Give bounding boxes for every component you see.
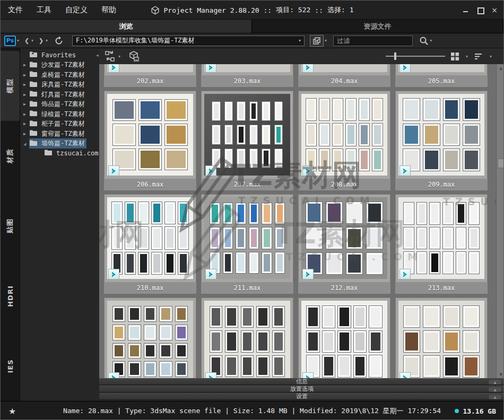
file-tile[interactable]: 209.max [395,91,488,190]
minimize-button[interactable] [462,6,470,14]
collapsed-arrow-icon[interactable]: ▶ [23,73,29,77]
thumbnail-art [306,305,383,378]
panel-bar-1[interactable]: 放置选项▲ [99,386,504,392]
tree-item-folder-6[interactable]: ▶柜子篇-TZ素材 [20,119,99,129]
tree-item-selected-folder[interactable]: ◢墙饰篇-TZ素材 [20,139,99,149]
side-tab-模型[interactable]: 模型 [1,51,20,121]
file-tile[interactable] [298,298,390,378]
max-file-badge [399,269,411,279]
panel-bar-2[interactable]: 设置▲ [99,393,504,400]
panel-bar-0[interactable]: 信息▲ [99,378,504,385]
search-options-caret[interactable]: ▾ [430,38,432,43]
scrollbar-thumb[interactable] [498,159,504,168]
expanded-arrow-icon[interactable]: ◢ [23,141,29,146]
view-options-button[interactable] [310,35,324,47]
maximize-button[interactable] [476,6,484,14]
file-tile[interactable]: 206.max [104,91,196,190]
scroll-up-arrow[interactable]: ▲ [497,64,504,72]
address-dropdown-caret[interactable]: ▾ [296,38,304,43]
menu-item-2[interactable]: 自定义 [65,5,88,15]
tree-item-child-folder[interactable]: tzsucai.com [20,148,99,159]
tree-item-folder-7[interactable]: ▶窗帘篇-TZ素材 [20,129,99,139]
relink-assets-icon[interactable] [128,50,140,62]
file-tile[interactable] [201,298,293,378]
thumbnail-art [212,101,283,168]
file-tile[interactable]: 212.max [298,194,390,294]
collapsed-arrow-icon[interactable]: ▶ [23,102,29,107]
file-tile[interactable]: 203.max [201,64,293,87]
photoshop-dropdown-caret[interactable]: ▾ [17,38,19,43]
tree-item-folder-4[interactable]: ▶饰品篇-TZ素材 [20,100,99,110]
art-frame [262,252,272,274]
sort-caret[interactable]: ▾ [490,54,492,59]
art-frame [443,124,460,146]
address-bar[interactable]: F:\2019单体模型库收集\墙饰篇-TZ素材 ▾ [72,36,305,46]
vertical-scrollbar[interactable]: ▲ ▼ [496,64,504,378]
panel-expand-arrow-icon[interactable]: ▲ [489,380,501,384]
tree-item-folder-2[interactable]: ▶床具篇-TZ素材 [20,80,99,90]
menu-item-3[interactable]: 帮助 [101,5,116,15]
sidebar-collapse-arrow[interactable]: ◂ [96,52,99,58]
tree-item-folder-5[interactable]: ▶绿植篇-TZ素材 [20,109,99,119]
menu-item-0[interactable]: 文件 [8,5,23,15]
update-previews-icon[interactable] [105,50,115,62]
file-tile[interactable]: 207.max [201,91,293,190]
panel-expand-arrow-icon[interactable]: ▲ [489,395,501,399]
file-tile[interactable]: 208.max [298,91,390,190]
thumbnail-size-slider[interactable] [386,52,445,60]
side-tab-材质[interactable]: 材质 [1,121,20,191]
forward-history-caret[interactable]: ▾ [46,38,48,43]
art-frame [322,355,336,378]
sort-icon[interactable] [474,52,483,60]
refresh-icon[interactable] [54,36,64,46]
filter-input[interactable] [333,36,413,46]
search-button[interactable] [419,36,429,46]
file-tile[interactable] [104,298,196,378]
file-tile[interactable]: 211.max [201,194,293,294]
menu-item-1[interactable]: 工具 [37,5,51,15]
slider-handle[interactable] [394,52,396,60]
side-tab-贴图[interactable]: 贴图 [1,191,20,261]
art-frame [175,361,188,377]
collapsed-arrow-icon[interactable]: ▶ [23,132,29,136]
tree-item-favorites[interactable]: ★Favorites [20,50,99,60]
main-area: 模型材质贴图HDRIIES ★Favorites▶沙发篇-TZ素材▶桌椅篇-TZ… [1,48,503,401]
side-tab-hdri[interactable]: HDRI [1,261,20,331]
file-tile[interactable]: 210.max [104,194,196,294]
tree-item-folder-1[interactable]: ▶桌椅篇-TZ素材 [20,70,99,80]
close-button[interactable]: × [491,6,498,14]
side-tab-ies[interactable]: IES [1,331,20,401]
collapsed-arrow-icon[interactable]: ▶ [23,63,29,67]
art-frame [332,123,343,146]
back-history-caret[interactable]: ▾ [31,38,33,43]
tree-item-folder-3[interactable]: ▶灯具篇-TZ素材 [20,90,99,100]
collapsed-arrow-icon[interactable]: ▶ [23,92,29,97]
art-frame [403,124,420,146]
forward-button[interactable]: ❯ [39,36,44,46]
file-tile[interactable]: 205.max [395,64,488,87]
panel-expand-arrow-icon[interactable]: ▲ [489,387,501,392]
photoshop-button[interactable]: Ps [4,36,16,46]
tab-asset-files[interactable]: 资源文件 [252,20,503,33]
art-frame [237,101,246,121]
collapsed-arrow-icon[interactable]: ▶ [23,112,29,117]
file-tile[interactable] [395,298,488,378]
tree-item-body: 灯具篇-TZ素材 [29,90,86,100]
tree-item-folder-0[interactable]: ▶沙发篇-TZ素材 [20,60,99,71]
collapsed-arrow-icon[interactable]: ▶ [23,82,29,87]
app-title: Project Manager 2.88.20 [164,6,259,14]
view-options-caret[interactable]: ▾ [325,38,327,43]
file-tile[interactable]: 202.max [104,64,196,87]
file-thumbnail [301,301,387,378]
tab-browse[interactable]: 浏览 [1,20,252,33]
update-previews-caret[interactable]: ▾ [118,54,120,59]
file-tile[interactable]: 204.max [298,64,390,87]
scroll-down-arrow[interactable]: ▼ [497,371,504,378]
collapsed-arrow-icon[interactable]: ▶ [23,121,29,126]
art-frame [274,148,283,168]
back-button[interactable]: ❮ [24,36,29,46]
grid-view-icon[interactable] [450,52,459,61]
art-frame [164,148,188,170]
view-mode-caret[interactable]: ▾ [466,54,468,59]
file-tile[interactable]: 213.max [395,194,488,294]
